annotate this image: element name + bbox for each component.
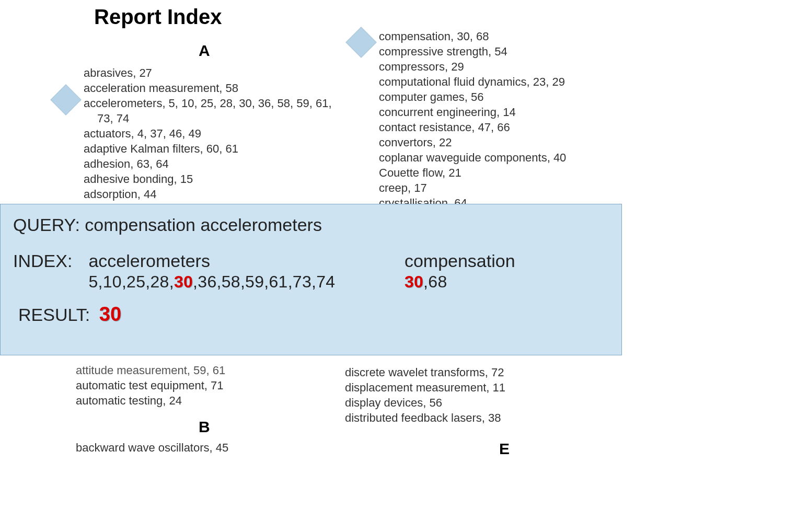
result-value: 30 [99,303,121,325]
section-letter-b: B [199,418,210,436]
index-entry: accelerometers, 5, 10, 25, 28, 30, 36, 5… [84,96,355,111]
page-title: Report Index [94,5,222,29]
index-entry: actuators, 4, 37, 46, 49 [84,126,355,141]
index-entry: Couette flow, 21 [379,166,625,180]
index-entry: compressors, 29 [379,60,625,74]
query-label: QUERY: [13,215,80,235]
result-line: RESULT: 30 [18,303,609,326]
index-entry: computational fluid dynamics, 23, 29 [379,75,625,89]
index-entry: automatic testing, 24 [76,394,348,408]
index-entry: concurrent engineering, 14 [379,105,625,120]
result-label: RESULT: [18,305,90,325]
query-overlay-box: QUERY: compensation accelerometers INDEX… [0,204,622,355]
index-column-a-top: abrasives, 27 acceleration measurement, … [84,39,355,217]
index-term-1-pages: 5,10,25,28,30,36,58,59,61,73,74 [88,272,381,292]
index-column-d: discrete wavelet transforms, 72 displace… [345,365,591,426]
index-label: INDEX: [13,251,86,271]
index-entry: distributed feedback lasers, 38 [345,411,591,425]
index-entry: acceleration measurement, 58 [84,81,355,96]
query-text: compensation accelerometers [85,215,322,235]
index-entry: automatic test equipment, 71 [76,378,348,393]
index-column-a-lower: attitude measurement, 59, 61 automatic t… [76,363,348,456]
index-term-2: compensation [405,251,561,271]
index-entry: coplanar waveguide components, 40 [379,151,625,165]
highlight-page: 30 [174,272,193,291]
index-line: INDEX: accelerometers 5,10,25,28,30,36,5… [13,251,609,292]
diamond-marker-icon [50,84,81,115]
index-entry: convertors, 22 [379,135,625,150]
index-entry: compressive strength, 54 [379,44,625,59]
index-term-2-pages: 30,68 [405,272,561,292]
index-entry: adaptive Kalman filters, 60, 61 [84,142,355,156]
index-entry: attitude measurement, 59, 61 [76,363,348,378]
index-entry: contact resistance, 47, 66 [379,120,625,135]
section-letter-e: E [499,440,510,458]
index-entry: abrasives, 27 [84,66,355,80]
index-entry: backward wave oscillators, 45 [76,441,348,455]
index-entry: 73, 74 [84,111,355,126]
index-entry: creep, 17 [379,181,625,195]
index-entry: discrete wavelet transforms, 72 [345,365,591,380]
index-entry: adsorption, 44 [84,187,355,202]
index-entry: compensation, 30, 68 [379,29,625,44]
index-entry: display devices, 56 [345,396,591,410]
index-term-1: accelerometers [88,251,381,271]
index-entry: adhesive bonding, 15 [84,172,355,187]
highlight-page: 30 [405,272,423,291]
index-column-c: compensation, 30, 68 compressive strengt… [379,29,625,226]
index-entry: computer games, 56 [379,90,625,105]
index-entry: adhesion, 63, 64 [84,157,355,171]
query-line: QUERY: compensation accelerometers [13,215,609,235]
index-entry: displacement measurement, 11 [345,380,591,395]
